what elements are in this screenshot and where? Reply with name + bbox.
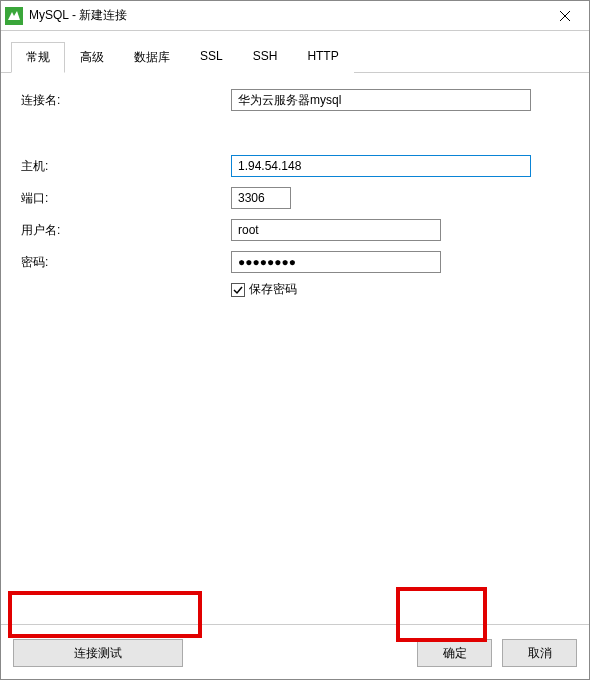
tab-ssl[interactable]: SSL bbox=[185, 42, 238, 73]
window-title: MySQL - 新建连接 bbox=[29, 7, 545, 24]
label-password: 密码: bbox=[21, 254, 231, 271]
label-host: 主机: bbox=[21, 158, 231, 175]
row-save-password: 保存密码 bbox=[231, 281, 569, 298]
ok-button[interactable]: 确定 bbox=[417, 639, 492, 667]
tab-http[interactable]: HTTP bbox=[292, 42, 353, 73]
label-port: 端口: bbox=[21, 190, 231, 207]
row-port: 端口: bbox=[21, 185, 569, 211]
input-port[interactable] bbox=[231, 187, 291, 209]
row-user: 用户名: bbox=[21, 217, 569, 243]
tab-bar: 常规 高级 数据库 SSL SSH HTTP bbox=[1, 31, 589, 73]
row-password: 密码: bbox=[21, 249, 569, 275]
close-icon bbox=[559, 10, 571, 22]
app-icon bbox=[5, 7, 23, 25]
test-connection-button[interactable]: 连接测试 bbox=[13, 639, 183, 667]
dialog-window: MySQL - 新建连接 常规 高级 数据库 SSL SSH HTTP 连接名:… bbox=[0, 0, 590, 680]
tab-advanced[interactable]: 高级 bbox=[65, 42, 119, 73]
label-connection-name: 连接名: bbox=[21, 92, 231, 109]
dialog-footer: 连接测试 确定 取消 bbox=[1, 624, 589, 679]
checkbox-save-password[interactable] bbox=[231, 283, 245, 297]
cancel-button[interactable]: 取消 bbox=[502, 639, 577, 667]
check-icon bbox=[233, 285, 243, 295]
row-connection-name: 连接名: bbox=[21, 87, 569, 113]
input-host[interactable] bbox=[231, 155, 531, 177]
tab-ssh[interactable]: SSH bbox=[238, 42, 293, 73]
titlebar: MySQL - 新建连接 bbox=[1, 1, 589, 31]
label-save-password: 保存密码 bbox=[249, 281, 297, 298]
tab-database[interactable]: 数据库 bbox=[119, 42, 185, 73]
label-user: 用户名: bbox=[21, 222, 231, 239]
form-content: 连接名: 主机: 端口: 用户名: 密码: 保存密码 bbox=[1, 73, 589, 624]
row-host: 主机: bbox=[21, 153, 569, 179]
close-button[interactable] bbox=[545, 2, 585, 30]
input-user[interactable] bbox=[231, 219, 441, 241]
input-password[interactable] bbox=[231, 251, 441, 273]
tab-general[interactable]: 常规 bbox=[11, 42, 65, 73]
input-connection-name[interactable] bbox=[231, 89, 531, 111]
